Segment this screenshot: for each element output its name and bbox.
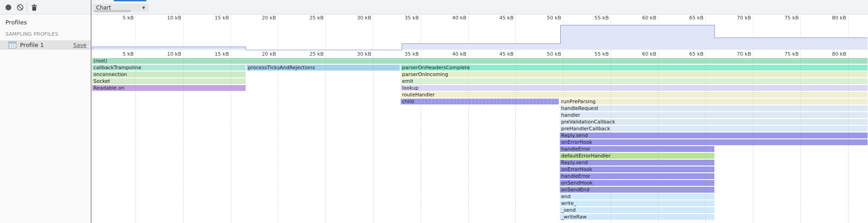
- flame-ruler-tick-label: 5 kB: [123, 51, 134, 57]
- overview-ruler-tick-label: 30 kB: [357, 15, 371, 21]
- overview-gridline: [611, 13, 611, 50]
- flame-frame[interactable]: runPreParsing: [560, 99, 868, 104]
- flame-ruler-tick-label: 35 kB: [405, 51, 419, 57]
- flame-gridline-overlay: [658, 58, 659, 223]
- flame-frame[interactable]: Reply.send: [560, 133, 868, 138]
- flame-frame[interactable]: handleError: [560, 146, 714, 152]
- overview-ruler-tick-label: 80 kB: [832, 15, 846, 21]
- overview-gridline: [563, 13, 563, 50]
- overview-ruler-tick-label: 20 kB: [262, 15, 276, 21]
- flame-frame[interactable]: _send: [560, 207, 714, 213]
- flame-frame[interactable]: handleError: [560, 173, 714, 179]
- overview-ruler-tick-label: 5 kB: [123, 15, 134, 21]
- flame-frame[interactable]: handleRequest: [560, 105, 868, 111]
- flame-ruler-tick-label: 10 kB: [167, 51, 181, 57]
- flame-frame[interactable]: parserOnHeadersComplete: [401, 65, 868, 71]
- flame-ruler-tick-label: 60 kB: [642, 51, 656, 57]
- overview-gridline: [373, 13, 373, 50]
- flame-gridline-overlay: [563, 58, 563, 223]
- flame-ruler-tick-label: 20 kB: [262, 51, 276, 57]
- flame-gridline-overlay: [325, 58, 326, 223]
- flame-ruler-tick-label: 70 kB: [737, 51, 751, 57]
- flame-ruler-tick-label: 50 kB: [547, 51, 561, 57]
- overview-gridline: [705, 13, 706, 50]
- flame-frame[interactable]: (root): [92, 58, 868, 64]
- flame-frame[interactable]: onErrorHook: [560, 166, 714, 172]
- overview-gridline: [231, 13, 231, 50]
- overview-gridline: [325, 13, 326, 50]
- overview-ruler-tick-label: 60 kB: [642, 15, 656, 21]
- overview-ruler-tick-label: 55 kB: [595, 15, 609, 21]
- flame-ruler-tick-label: 55 kB: [595, 51, 609, 57]
- overview-ruler-tick-label: 35 kB: [405, 15, 419, 21]
- overview-ruler-tick-label: 40 kB: [452, 15, 466, 21]
- flame-ruler-tick-label: 25 kB: [310, 51, 324, 57]
- flame-ruler-tick-label: 45 kB: [499, 51, 514, 57]
- overview-gridline: [468, 13, 469, 50]
- overview-gridline: [800, 13, 801, 50]
- overview-ruler-tick-label: 65 kB: [689, 15, 703, 21]
- overview-scrollbar-thumb[interactable]: [94, 10, 131, 12]
- flame-frame[interactable]: preValidationCallback: [560, 119, 868, 125]
- flame-gridline-overlay: [468, 58, 469, 223]
- flame-frame[interactable]: processTicksAndRejections: [247, 65, 400, 71]
- flame-frame[interactable]: write_: [560, 200, 714, 206]
- memory-profiler-panel: Chart ▼ Profiles SAMPLING PROFILES Profi…: [0, 0, 868, 223]
- flame-gridline-overlay: [373, 58, 373, 223]
- flame-frame[interactable]: preHandlerCallback: [560, 126, 868, 132]
- flame-gridline-overlay: [705, 58, 706, 223]
- flame-ruler-tick-label: 65 kB: [689, 51, 703, 57]
- flame-gridline-overlay: [800, 58, 801, 223]
- flame-frame[interactable]: lookup: [401, 85, 868, 91]
- flame-frame[interactable]: routeHandler: [401, 92, 868, 98]
- flame-frame[interactable]: emit: [401, 78, 868, 84]
- flame-gridline-overlay: [848, 58, 849, 223]
- flame-chart-stage: 5 kB5 kB10 kB10 kB15 kB15 kB20 kB20 kB25…: [0, 0, 868, 223]
- flame-gridline-overlay: [421, 58, 421, 223]
- flame-gridline-overlay: [231, 58, 231, 223]
- overview-gridline: [848, 13, 849, 50]
- memory-overview-chart[interactable]: [0, 0, 868, 223]
- flame-ruler-tick-label: 40 kB: [452, 51, 466, 57]
- flame-frame[interactable]: defaultErrorHandler: [560, 153, 714, 159]
- overview-ruler-tick-label: 15 kB: [215, 15, 229, 21]
- flame-frame[interactable]: Readable.on: [92, 85, 246, 91]
- flame-frame[interactable]: handler: [560, 112, 868, 118]
- overview-ruler-tick-label: 25 kB: [310, 15, 324, 21]
- overview-ruler-tick-label: 50 kB: [547, 15, 561, 21]
- overview-gridline: [658, 13, 659, 50]
- flame-gridline-overlay: [611, 58, 611, 223]
- overview-gridline: [278, 13, 278, 50]
- flame-frame[interactable]: callbackTrampoline: [92, 65, 246, 71]
- flame-ruler-tick-label: 80 kB: [832, 51, 846, 57]
- flame-frame[interactable]: onSendHook: [560, 180, 714, 186]
- flame-frame[interactable]: Reply.send: [560, 160, 714, 166]
- overview-gridline: [421, 13, 421, 50]
- flame-frame[interactable]: onconnection: [92, 71, 246, 77]
- flame-gridline-overlay: [136, 58, 136, 223]
- overview-ruler-tick-label: 75 kB: [785, 15, 799, 21]
- flame-gridline-overlay: [515, 58, 516, 223]
- overview-gridline: [515, 13, 516, 50]
- overview-ruler-tick-label: 70 kB: [737, 15, 751, 21]
- flame-frame[interactable]: Socket: [92, 78, 246, 84]
- flame-frame[interactable]: end: [560, 194, 714, 199]
- flame-ruler-tick-label: 75 kB: [785, 51, 799, 57]
- flame-frame[interactable]: child: [401, 99, 559, 104]
- flame-ruler-tick-label: 15 kB: [215, 51, 229, 57]
- overview-ruler-tick-label: 45 kB: [499, 15, 514, 21]
- flame-ruler-tick-label: 30 kB: [357, 51, 371, 57]
- overview-gridline: [753, 13, 753, 50]
- flame-gridline-overlay: [753, 58, 753, 223]
- overview-gridline: [136, 13, 136, 50]
- flame-frame[interactable]: onSendEnd: [560, 187, 714, 193]
- flame-frame[interactable]: parserOnIncoming: [401, 71, 868, 77]
- flame-frame[interactable]: _writeRaw: [560, 214, 714, 220]
- overview-gridline: [183, 13, 184, 50]
- flame-gridline-overlay: [278, 58, 278, 223]
- flame-frame[interactable]: onErrorHook: [560, 139, 868, 145]
- overview-ruler-tick-label: 10 kB: [167, 15, 181, 21]
- flame-gridline-overlay: [183, 58, 184, 223]
